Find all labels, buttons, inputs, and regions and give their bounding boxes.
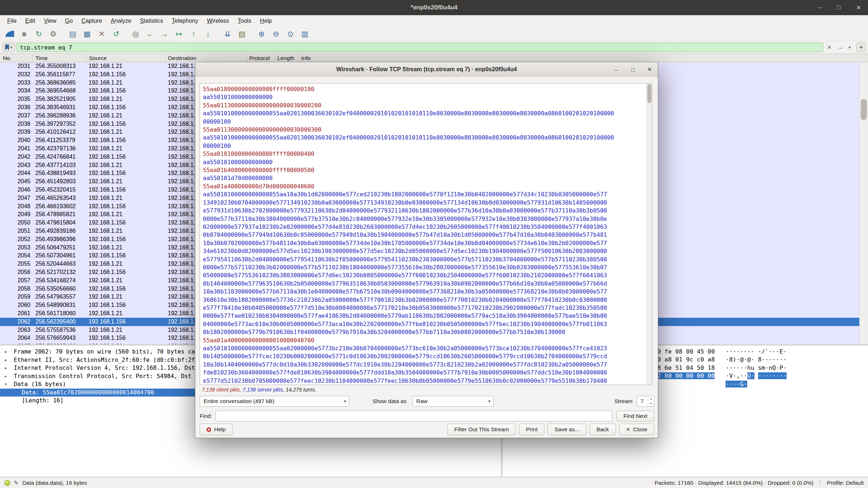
open-file-button[interactable]: ▤ [66,28,80,40]
restart-capture-button[interactable]: ↻ [32,28,46,40]
cell-no: 2061 [0,309,30,318]
show-data-as-value: Raw [416,398,427,404]
expander-closed-icon[interactable]: ▸ [4,348,12,356]
menu-edit[interactable]: Edit [21,16,40,26]
stream-content-area[interactable]: 55aa0180000000000000ffff00000100aa550101… [200,83,652,385]
go-back-button[interactable]: ← [143,28,157,40]
filter-bookmark-button[interactable]: ▾ [2,43,15,52]
stream-scrollbar[interactable] [646,84,652,385]
menu-analyze[interactable]: Analyze [106,16,136,26]
conversation-select[interactable]: Entire conversation (497 kB) ▾ [200,396,349,407]
find-next-button[interactable]: Find Next [617,411,654,421]
menu-view[interactable]: View [39,16,60,26]
save-as-button[interactable]: Save as... [548,424,586,435]
cell-no: 2059 [0,293,30,301]
close-icon[interactable]: ✕ [855,4,862,12]
zoom-in-button[interactable]: ⊕ [255,28,268,40]
print-button[interactable]: Print [519,424,544,435]
go-forward-button[interactable]: → [158,28,171,40]
cell-no: 2033 [0,79,30,87]
menu-go[interactable]: Go [61,16,77,26]
start-capture-button[interactable] [3,28,17,40]
expander-closed-icon[interactable]: ▸ [4,356,12,364]
capture-options-button[interactable]: ⚙ [46,28,60,40]
help-button[interactable]: Help [200,424,233,435]
column-header-protocol[interactable]: Protocol [247,54,275,62]
column-header-time[interactable]: Time [33,54,87,62]
display-filter-input[interactable] [17,43,823,52]
cell-no: 2063 [0,326,30,334]
find-input[interactable] [216,411,612,421]
cell-no: 2056 [0,268,30,277]
stream-line-7-server: 00000100 [203,142,649,150]
minimize-icon[interactable]: – [816,4,823,11]
cell-no: 2057 [0,277,30,285]
column-header-length[interactable]: Length [275,54,299,62]
expander-open-icon[interactable]: ▾ [4,380,12,389]
go-last-button[interactable]: ↓ [201,28,215,40]
cell-no: 2042 [0,153,30,161]
find-packet-button[interactable]: ◎ [129,28,142,40]
menu-tools[interactable]: Tools [233,16,255,26]
menu-help[interactable]: Help [256,16,276,26]
resize-columns-button[interactable]: ▥ [298,28,312,40]
cell-no: 2045 [0,177,30,186]
filter-apply-button[interactable]: → [835,43,845,52]
filter-add-button[interactable]: + [856,43,866,52]
cell-time: 256.547963557 [35,293,76,301]
colorize-button[interactable]: ▨ [235,28,249,40]
stop-capture-button[interactable]: ■ [17,28,31,40]
menu-wireless[interactable]: Wireless [203,16,233,26]
column-header-source[interactable]: Source [87,54,166,62]
stream-scrollbar-thumb[interactable] [647,84,651,103]
back-button[interactable]: Back [590,424,616,435]
expander-closed-icon[interactable]: ▸ [4,372,12,381]
capture-comment-icon[interactable]: ✎ [14,479,18,486]
reload-button[interactable]: ↺ [109,28,123,40]
cell-time: 256.561718060 [35,309,76,318]
menu-statistics[interactable]: Statistics [136,16,167,26]
menu-telephony[interactable]: Telephony [167,16,203,26]
dialog-titlebar[interactable]: Wireshark · Follow TCP Stream (tcp.strea… [195,62,658,77]
close-file-button[interactable]: ✕ [95,28,109,40]
cell-src: 192.168.1.156 [89,169,125,177]
stream-content: 55aa0180000000000000ffff00000100aa550101… [200,84,652,385]
close-button[interactable]: ✕ Close [619,424,654,435]
dialog-maximize-icon[interactable]: □ [630,67,636,73]
zoom-out-button[interactable]: ⊖ [269,28,283,40]
cell-src: 192.168.1.21 [89,210,122,219]
menu-capture[interactable]: Capture [77,16,106,26]
column-header-destination[interactable]: Destination [166,54,247,62]
go-first-button[interactable]: ↑ [187,28,200,40]
filter-recent-dropdown[interactable]: ▾ [846,43,853,52]
expert-info-icon[interactable] [4,480,10,486]
packet-list-scrollbar[interactable] [859,62,868,344]
stream-line-9-server: aa550101000000000000 [203,158,649,166]
cell-no: 2034 [0,87,30,95]
cell-no: 2046 [0,186,30,194]
zoom-reset-button[interactable]: ⊙ [284,28,297,40]
menu-file[interactable]: File [3,16,21,26]
column-header-info[interactable]: Info [299,54,859,62]
spinner-up-icon[interactable]: ▴ [648,396,654,401]
save-file-button[interactable]: ▦ [80,28,94,40]
cell-no: 2040 [0,136,30,145]
go-to-packet-button[interactable]: ↦ [172,28,186,40]
stream-number-spinner[interactable]: 7 ▴ ▾ [637,396,654,407]
filter-out-stream-button[interactable]: Filter Out This Stream [447,424,516,435]
dialog-close-icon[interactable]: ✕ [646,66,653,73]
status-profile[interactable]: Profile: Default [827,480,864,486]
turn-count: 14,275 turns. [286,387,316,393]
auto-scroll-button[interactable]: ⇊ [221,28,234,40]
maximize-icon[interactable]: □ [835,4,843,11]
spinner-down-icon[interactable]: ▾ [648,401,654,406]
show-data-as-select[interactable]: Raw ▾ [412,396,494,407]
column-header-no[interactable]: No. [0,54,33,62]
resize-columns-icon: ▥ [301,30,309,38]
cell-time: 256.492839186 [35,227,76,235]
dialog-minimize-icon[interactable]: – [613,67,620,73]
filter-clear-button[interactable]: ✕ [825,43,834,52]
main-toolbar: ■↻⚙▤▦✕↺◎←→↦↑↓⇊▨⊕⊖⊙▥ [0,27,868,41]
expander-closed-icon[interactable]: ▸ [4,364,12,372]
scrollbar-thumb[interactable] [861,99,867,120]
